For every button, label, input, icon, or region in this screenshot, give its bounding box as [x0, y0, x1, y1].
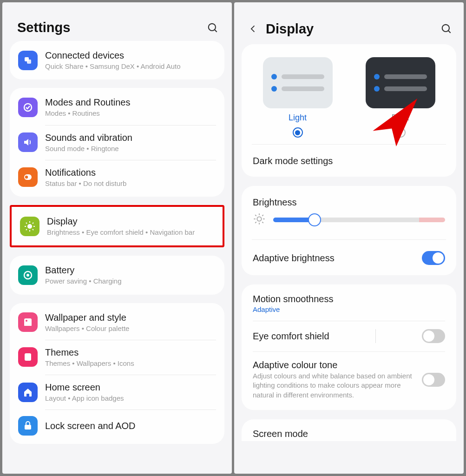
- settings-row-wallpaper[interactable]: Wallpaper and styleWallpapers • Colour p…: [10, 305, 224, 340]
- svg-point-17: [26, 274, 29, 277]
- svg-line-24: [448, 31, 451, 33]
- lock-icon: [18, 416, 38, 436]
- svg-line-31: [255, 215, 256, 216]
- adaptive-colour-switch[interactable]: [422, 373, 445, 387]
- settings-group: Modes and RoutinesModes • RoutinesSounds…: [10, 88, 224, 197]
- settings-row-home[interactable]: Home screenLayout • App icon badges: [10, 375, 224, 410]
- toggle-label: Adaptive brightness: [253, 253, 335, 264]
- svg-line-14: [26, 229, 27, 230]
- eye-comfort-switch[interactable]: [422, 329, 445, 343]
- svg-rect-21: [26, 355, 30, 357]
- back-button[interactable]: [245, 21, 261, 37]
- row-title: Motion smoothness: [253, 294, 445, 304]
- row-title: Notifications: [45, 166, 216, 178]
- theme-option-light[interactable]: Light: [263, 57, 333, 138]
- settings-group: Wallpaper and styleWallpapers • Colour p…: [10, 303, 224, 444]
- row-title: Wallpaper and style: [45, 311, 216, 324]
- row-sub: Power saving • Charging: [45, 277, 216, 286]
- toggle-sub: Adjust colours and white balance based o…: [253, 371, 415, 400]
- theme-card: Light Dark Dark mode settings: [242, 44, 456, 177]
- settings-row-display[interactable]: DisplayBrightness • Eye comfort shield •…: [12, 207, 223, 245]
- eye-comfort-row[interactable]: Eye comfort shield: [242, 321, 456, 351]
- settings-row-connected[interactable]: Connected devicesQuick Share • Samsung D…: [10, 43, 224, 78]
- screen-mode-card: Screen mode: [242, 419, 456, 441]
- dark-preview-icon: [366, 57, 435, 108]
- light-preview-icon: [263, 57, 333, 108]
- row-title: Connected devices: [45, 49, 216, 61]
- slider-thumb[interactable]: [308, 213, 321, 226]
- settings-row-lock[interactable]: Lock screen and AOD: [10, 410, 224, 442]
- motion-smoothness-link[interactable]: Motion smoothness Adaptive: [242, 286, 456, 321]
- chevron-left-icon: [249, 24, 258, 33]
- settings-row-battery[interactable]: BatteryPower saving • Charging: [10, 258, 224, 292]
- settings-row-modes[interactable]: Modes and RoutinesModes • Routines: [10, 90, 224, 125]
- adaptive-colour-row[interactable]: Adaptive colour tone Adjust colours and …: [242, 351, 456, 408]
- row-sub: Status bar • Do not disturb: [45, 179, 216, 188]
- connected-icon: [18, 51, 38, 70]
- display-options-card: Motion smoothness Adaptive Eye comfort s…: [242, 284, 456, 410]
- row-title: Battery: [45, 264, 216, 276]
- battery-icon: [18, 265, 38, 285]
- svg-point-7: [27, 224, 32, 229]
- svg-line-12: [26, 223, 27, 224]
- search-button[interactable]: [440, 22, 453, 36]
- row-sub: Modes • Routines: [45, 109, 216, 118]
- dark-mode-settings-link[interactable]: Dark mode settings: [242, 147, 456, 175]
- page-title: Display: [266, 21, 435, 37]
- row-sub: Layout • App icon badges: [45, 394, 216, 403]
- svg-point-6: [25, 176, 28, 178]
- brightness-label: Brightness: [242, 188, 456, 211]
- svg-rect-22: [25, 425, 31, 430]
- highlight-box: DisplayBrightness • Eye comfort shield •…: [10, 205, 224, 247]
- theme-option-dark[interactable]: Dark: [366, 57, 435, 138]
- brightness-slider[interactable]: [273, 218, 445, 222]
- wallpaper-icon: [18, 312, 38, 332]
- toggle-label: Adaptive colour tone: [253, 360, 415, 370]
- svg-point-0: [209, 23, 216, 30]
- theme-label: Dark: [391, 113, 409, 123]
- row-title: Modes and Routines: [45, 96, 216, 108]
- row-sub: Themes • Wallpapers • Icons: [45, 359, 216, 368]
- radio-light[interactable]: [293, 127, 303, 138]
- brightness-icon: [253, 212, 266, 227]
- row-sub: Sound mode • Ringtone: [45, 144, 216, 153]
- svg-line-32: [262, 222, 263, 223]
- notif-icon: [18, 167, 38, 187]
- svg-point-23: [442, 25, 449, 32]
- row-value: Adaptive: [253, 305, 445, 313]
- themes-icon: [18, 347, 38, 367]
- row-title: Sounds and vibration: [45, 132, 216, 144]
- svg-rect-20: [25, 353, 31, 361]
- adaptive-brightness-row[interactable]: Adaptive brightness: [242, 243, 456, 273]
- settings-row-themes[interactable]: ThemesThemes • Wallpapers • Icons: [10, 340, 224, 375]
- display-panel: Display Light Dark: [234, 2, 464, 474]
- svg-line-15: [33, 223, 33, 224]
- search-icon: [440, 23, 453, 35]
- svg-point-26: [257, 217, 261, 221]
- search-button[interactable]: [206, 21, 220, 35]
- modes-icon: [18, 98, 38, 117]
- sound-icon: [18, 132, 38, 152]
- row-title: Home screen: [45, 381, 216, 393]
- display-icon: [20, 217, 39, 236]
- svg-line-1: [215, 29, 217, 32]
- row-title: Lock screen and AOD: [45, 420, 216, 432]
- screen-mode-link[interactable]: Screen mode: [242, 421, 456, 439]
- radio-dark[interactable]: [395, 127, 406, 138]
- page-title: Settings: [17, 20, 70, 35]
- settings-group: Connected devicesQuick Share • Samsung D…: [10, 41, 224, 79]
- toggle-label: Eye comfort shield: [253, 331, 329, 342]
- search-icon: [207, 22, 219, 34]
- row-sub: Quick Share • Samsung DeX • Android Auto: [45, 62, 216, 71]
- settings-row-sound[interactable]: Sounds and vibrationSound mode • Rington…: [10, 125, 224, 160]
- row-title: Themes: [45, 346, 216, 358]
- settings-panel: Settings Connected devicesQuick Share • …: [2, 2, 232, 474]
- brightness-card: Brightness Adaptive brightness: [242, 186, 456, 275]
- row-sub: Brightness • Eye comfort shield • Naviga…: [47, 228, 214, 237]
- adaptive-brightness-switch[interactable]: [422, 251, 445, 265]
- row-sub: Wallpapers • Colour palette: [45, 324, 216, 333]
- svg-rect-3: [27, 60, 31, 64]
- settings-group: BatteryPower saving • Charging: [10, 256, 224, 294]
- settings-row-notif[interactable]: NotificationsStatus bar • Do not disturb: [10, 160, 224, 195]
- theme-label: Light: [289, 113, 307, 123]
